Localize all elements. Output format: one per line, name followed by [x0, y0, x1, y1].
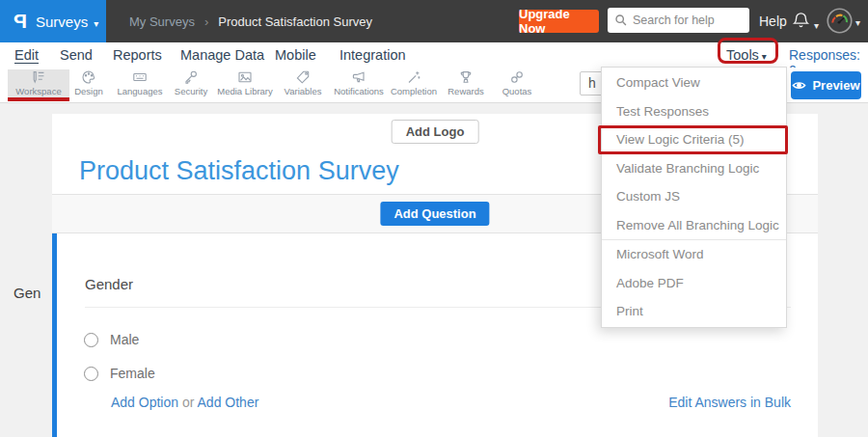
add-logo-button[interactable]: Add Logo [392, 120, 479, 144]
quotas-links-icon [509, 69, 525, 85]
toolbar-item-media-library[interactable]: Media Library [211, 69, 279, 99]
breadcrumb-my-surveys[interactable]: My Surveys [129, 14, 195, 29]
account-menu[interactable] [827, 8, 860, 34]
nav-tab-manage-data[interactable]: Manage Data [180, 47, 264, 63]
design-palette-icon [81, 69, 96, 85]
option-row-male[interactable]: Male [84, 332, 139, 347]
search-input[interactable] [633, 14, 739, 27]
menu-item-test-responses[interactable]: Test Responses [602, 97, 786, 126]
menu-item-remove-all-branching-logic[interactable]: Remove All Branching Logic [602, 211, 786, 240]
menu-item-adobe-pdf[interactable]: Adobe PDF [602, 269, 786, 298]
product-name: Surveys [36, 14, 88, 30]
breadcrumb-current: Product Satisfaction Survey [218, 14, 372, 29]
toolbar-item-design[interactable]: Design [68, 69, 110, 99]
search-icon [614, 14, 628, 27]
chevron-down-icon [814, 15, 819, 33]
proprofs-logo-icon: P [14, 10, 27, 33]
toolbar-item-workspace[interactable]: Workspace [8, 69, 69, 99]
breadcrumb: My Surveys › Product Satisfaction Survey [129, 0, 372, 42]
nav-tab-edit[interactable]: Edit [14, 47, 39, 63]
toolbar-item-quotas[interactable]: Quotas [495, 69, 539, 99]
menu-item-view-logic-criteria[interactable]: View Logic Criteria (5) [602, 125, 786, 154]
security-key-icon [183, 69, 199, 85]
edit-answers-in-bulk-link[interactable]: Edit Answers in Bulk [668, 395, 791, 410]
help-search [608, 8, 749, 33]
chevron-down-icon [855, 13, 860, 30]
radio-button[interactable] [84, 333, 98, 347]
tools-label: Tools [726, 47, 759, 63]
chevron-down-icon [762, 47, 767, 63]
add-option-link[interactable]: Add Option [111, 395, 178, 410]
toolbar-item-languages[interactable]: Languages [111, 69, 169, 99]
add-question-button[interactable]: Add Question [380, 202, 489, 226]
workspace-icon [31, 69, 46, 85]
avatar [827, 8, 853, 34]
menu-item-microsoft-word[interactable]: Microsoft Word [602, 240, 786, 269]
variables-tag-icon [295, 69, 311, 85]
nav-tab-mobile[interactable]: Mobile [275, 47, 316, 63]
notifications-menu[interactable] [792, 11, 819, 33]
toolbar-item-notifications[interactable]: Notifications [327, 69, 391, 99]
chevron-down-icon [94, 14, 98, 31]
rewards-trophy-icon [458, 69, 474, 85]
brand-switcher[interactable]: P Surveys [0, 0, 106, 42]
tools-dropdown-menu: Compact View Test Responses View Logic C… [601, 67, 787, 328]
toolbar-item-completion[interactable]: Completion [384, 69, 444, 99]
preview-label: Preview [812, 78, 859, 93]
help-link[interactable]: Help [759, 14, 787, 29]
menu-item-compact-view[interactable]: Compact View [602, 68, 786, 97]
add-other-link[interactable]: Add Other [198, 395, 259, 410]
option-label: Female [110, 366, 155, 381]
upgrade-now-button[interactable]: Upgrade Now [519, 10, 599, 33]
menu-item-custom-js[interactable]: Custom JS [602, 182, 786, 211]
toolbar-item-variables[interactable]: Variables [276, 69, 330, 99]
toolbar-item-rewards[interactable]: Rewards [442, 69, 490, 99]
menu-item-validate-branching-logic[interactable]: Validate Branching Logic [602, 154, 786, 183]
question-title[interactable]: Gender [85, 276, 133, 292]
option-actions: Add Option or Add Other [111, 395, 258, 410]
radio-button[interactable] [84, 367, 98, 381]
media-library-image-icon [237, 69, 253, 85]
toolbar-item-security[interactable]: Security [166, 69, 216, 99]
or-text: or [182, 395, 194, 410]
bell-icon [792, 11, 810, 30]
menu-item-print[interactable]: Print [602, 297, 786, 326]
app-window: P Surveys My Surveys › Product Satisfact… [0, 0, 868, 437]
completion-wand-icon [406, 69, 421, 85]
option-label: Male [110, 332, 139, 347]
top-bar: P Surveys My Surveys › Product Satisfact… [0, 0, 868, 42]
breadcrumb-separator-icon: › [204, 14, 208, 29]
nav-tab-integration[interactable]: Integration [339, 47, 406, 63]
option-row-female[interactable]: Female [84, 366, 155, 381]
question-list-fragment[interactable]: Gen [14, 285, 41, 301]
nav-tab-reports[interactable]: Reports [113, 47, 162, 63]
survey-nav: Edit Send Reports Manage Data Mobile Int… [0, 42, 868, 68]
survey-title[interactable]: Product Satisfaction Survey [79, 156, 399, 186]
tools-dropdown-trigger[interactable]: Tools [726, 47, 767, 63]
notifications-megaphone-icon [351, 69, 366, 85]
preview-button[interactable]: Preview [791, 71, 861, 99]
eye-icon [792, 79, 806, 92]
languages-keyboard-icon [132, 69, 148, 85]
nav-tab-send[interactable]: Send [60, 47, 93, 63]
